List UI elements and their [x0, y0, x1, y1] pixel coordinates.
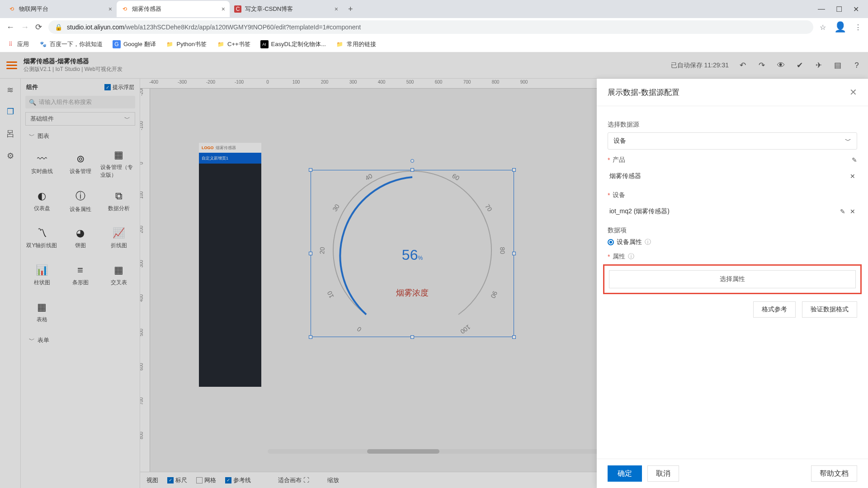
bookmark-item[interactable]: GGoogle 翻译: [113, 40, 156, 48]
component-label: 设备管理（专业版）: [100, 164, 137, 179]
scroll-thumb[interactable]: [367, 449, 439, 454]
clear-icon[interactable]: ✕: [850, 173, 855, 180]
tab-favicon-icon: ⟲: [121, 5, 128, 13]
component-item[interactable]: 〽双Y轴折线图: [24, 221, 60, 256]
structure-icon[interactable]: 呂: [6, 128, 14, 139]
verify-format-button[interactable]: 验证数据格式: [802, 301, 857, 318]
chevron-down-icon: ﹀: [29, 132, 35, 140]
browser-tab[interactable]: C 写文章-CSDN博客 ×: [230, 1, 343, 17]
source-label: 选择数据源: [608, 121, 857, 129]
browser-tab[interactable]: ⟲ 物联网平台 ×: [4, 1, 117, 17]
component-item[interactable]: 📊柱状图: [24, 258, 60, 293]
ruler-toggle[interactable]: ✓标尺: [167, 476, 187, 484]
cancel-button[interactable]: 取消: [647, 465, 679, 482]
page-preview[interactable]: LOGO 烟雾传感器 自定义新增页1: [199, 143, 261, 387]
rotate-handle[interactable]: [410, 159, 414, 163]
format-reference-button[interactable]: 格式参考: [753, 301, 796, 318]
publish-icon[interactable]: ✈: [814, 61, 824, 70]
product-value[interactable]: 烟雾传感器 ✕: [608, 168, 857, 185]
component-item[interactable]: ▦表格: [24, 295, 60, 330]
component-item[interactable]: ◐仪表盘: [24, 183, 60, 219]
bookmark-item[interactable]: AIEasyDL定制化物体...: [260, 40, 326, 48]
close-icon[interactable]: ×: [335, 5, 338, 13]
hamburger-icon[interactable]: [6, 60, 17, 71]
help-icon[interactable]: ?: [852, 61, 862, 70]
resize-handle[interactable]: [410, 168, 414, 172]
preview-icon[interactable]: 👁: [776, 61, 786, 70]
back-icon[interactable]: ←: [6, 23, 14, 32]
help-icon[interactable]: ⓘ: [645, 238, 651, 246]
component-item[interactable]: ≡条形图: [62, 258, 99, 293]
bookmark-item[interactable]: 📁Python书签: [166, 40, 207, 48]
device-property-radio[interactable]: 设备属性 ⓘ: [608, 238, 857, 246]
component-icon: ⓘ: [75, 189, 85, 203]
help-docs-button[interactable]: 帮助文档: [811, 465, 857, 482]
close-icon[interactable]: ✕: [849, 87, 857, 98]
maximize-icon[interactable]: ☐: [836, 5, 842, 14]
clear-icon[interactable]: ✕: [850, 208, 855, 215]
gauge-widget[interactable]: 0102030405060708090100 56% 烟雾浓度: [311, 170, 514, 337]
checkbox-icon: ✓: [225, 477, 231, 483]
new-tab-button[interactable]: +: [343, 5, 359, 14]
component-icon: ▦: [114, 264, 123, 276]
bookmark-item[interactable]: 📁常用的链接: [336, 40, 376, 48]
resize-handle[interactable]: [512, 335, 516, 339]
undo-icon[interactable]: ↶: [738, 61, 748, 70]
help-icon[interactable]: ⓘ: [628, 253, 634, 261]
component-item[interactable]: ▦设备管理（专业版）: [100, 146, 137, 182]
component-label: 设备管理: [70, 168, 91, 175]
tab-bar: ⟲ 物联网平台 × ⟲ 烟雾传感器 × C 写文章-CSDN博客 × + — ☐…: [0, 0, 868, 18]
resize-handle[interactable]: [512, 168, 516, 172]
bookmark-item[interactable]: 📁C++书签: [217, 40, 250, 48]
list-icon[interactable]: ▤: [833, 61, 843, 70]
tooltip-layer-toggle[interactable]: ✓ 提示浮层: [104, 84, 134, 91]
star-icon[interactable]: ☆: [820, 23, 826, 32]
fit-canvas-button[interactable]: 适合画布 ⛶: [278, 476, 309, 484]
edit-icon[interactable]: ✎: [840, 208, 845, 215]
forward-icon[interactable]: →: [21, 23, 29, 32]
gear-icon[interactable]: ⚙: [7, 151, 14, 161]
checkbox-icon: ✓: [104, 84, 111, 90]
reload-icon[interactable]: ⟳: [35, 22, 42, 32]
apps-button[interactable]: ⠿应用: [6, 40, 29, 48]
component-item[interactable]: ⓘ设备属性: [62, 183, 99, 219]
chevron-down-icon: ﹀: [29, 336, 35, 344]
close-icon[interactable]: ×: [108, 5, 112, 13]
browser-tab[interactable]: ⟲ 烟雾传感器 ×: [117, 1, 230, 17]
resize-handle[interactable]: [309, 335, 312, 339]
select-property-button[interactable]: 选择属性: [609, 270, 856, 288]
guide-toggle[interactable]: ✓参考线: [225, 476, 251, 484]
close-window-icon[interactable]: ✕: [853, 5, 859, 14]
component-item[interactable]: ⧉数据分析: [100, 183, 137, 219]
redo-icon[interactable]: ↷: [757, 61, 767, 70]
component-item[interactable]: ▦交叉表: [100, 258, 137, 293]
device-value[interactable]: iot_mq2 (烟雾传感器) ✎✕: [608, 203, 857, 220]
tab-favicon-icon: ⟲: [8, 5, 15, 13]
confirm-button[interactable]: 确定: [608, 465, 642, 482]
resize-handle[interactable]: [410, 335, 414, 339]
component-category[interactable]: ﹀ 图表: [21, 128, 140, 144]
device-label: *设备: [608, 191, 857, 199]
layers-icon[interactable]: ≋: [7, 85, 14, 95]
resize-handle[interactable]: [309, 168, 312, 172]
component-item[interactable]: ⊚设备管理: [62, 146, 99, 182]
minimize-icon[interactable]: —: [818, 5, 825, 14]
profile-icon[interactable]: 👤: [834, 21, 846, 33]
component-type-select[interactable]: 基础组件 ﹀: [25, 112, 135, 126]
component-search[interactable]: 🔍 请输入组件名称搜索: [25, 96, 135, 108]
component-item[interactable]: ◕饼图: [62, 221, 99, 256]
url-input[interactable]: 🔒 studio.iot.aliyun.com/web/a123hSCDehe8…: [48, 20, 813, 34]
menu-icon[interactable]: ⋮: [854, 23, 862, 32]
search-icon: 🔍: [29, 99, 36, 106]
source-select[interactable]: 设备 ﹀: [608, 132, 857, 150]
component-item[interactable]: 📈折线图: [100, 221, 137, 256]
component-label: 实时曲线: [31, 168, 53, 175]
bookmark-item[interactable]: 🐾百度一下，你就知道: [39, 40, 103, 48]
component-category[interactable]: ﹀ 表单: [21, 333, 140, 348]
grid-toggle[interactable]: 网格: [196, 476, 216, 484]
cube-icon[interactable]: ❒: [7, 107, 14, 117]
close-icon[interactable]: ×: [222, 5, 225, 13]
component-item[interactable]: 〰实时曲线: [24, 146, 60, 182]
check-circle-icon[interactable]: ✔: [795, 61, 805, 70]
edit-icon[interactable]: ✎: [852, 156, 857, 164]
